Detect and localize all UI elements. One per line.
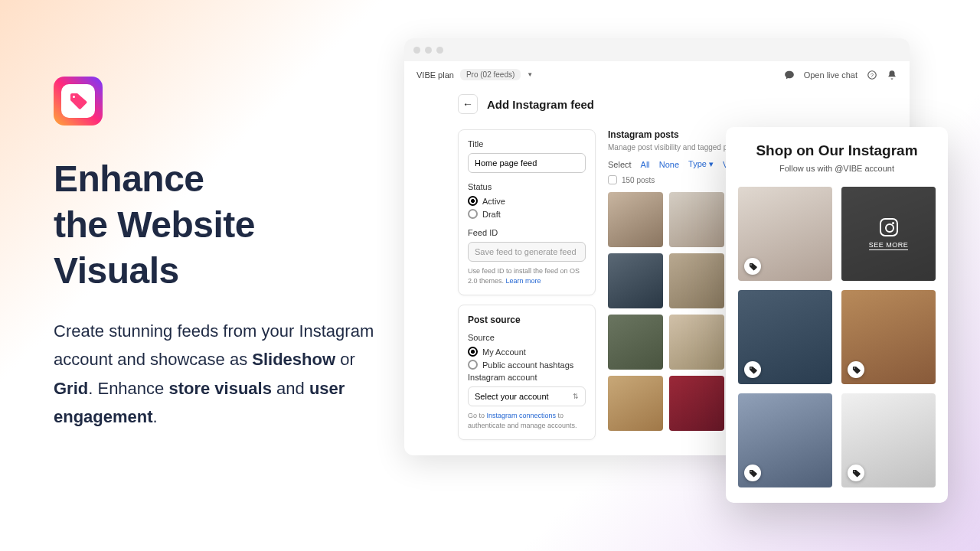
post-thumb[interactable] [669,192,724,247]
select-all-checkbox[interactable] [608,175,617,184]
select-label: Select [608,160,632,169]
preview-item[interactable] [738,290,832,384]
preview-item[interactable] [841,290,936,384]
status-label: Status [468,182,586,191]
tag-icon [848,465,864,481]
tag-icon [69,92,87,110]
title-input[interactable] [468,153,586,173]
post-thumb[interactable] [608,253,663,308]
feed-id-help: Use feed ID to install the feed on OS 2.… [468,266,586,285]
page-title: Add Instagram feed [487,98,594,111]
account-select[interactable]: Select your account⇅ [468,386,586,406]
post-thumb[interactable] [669,376,724,431]
post-thumb[interactable] [669,253,724,308]
instagram-account-label: Instagram account [468,373,586,382]
preview-title: Shop on Our Instagram [738,142,936,159]
learn-more-link[interactable]: Learn more [506,277,541,285]
svg-text:?: ? [871,72,874,77]
post-thumb[interactable] [608,192,663,247]
preview-item[interactable] [841,393,936,487]
tag-icon [744,258,761,275]
traffic-light-close[interactable] [413,47,420,54]
feed-id-input [468,242,586,262]
chevron-down-icon[interactable]: ▼ [527,71,533,78]
tag-icon [744,465,761,481]
storefront-preview: Shop on Our Instagram Follow us with @VI… [726,127,948,503]
post-thumb[interactable] [608,376,663,431]
brand-label: VIBE plan [416,70,454,80]
instagram-connections-link[interactable]: Instagram connections [487,412,557,419]
source-my-account-radio[interactable]: My Account [468,347,586,357]
post-count: 150 posts [622,176,655,184]
hero-column: Enhance the Website Visuals Create stunn… [54,38,383,551]
title-label: Title [468,139,586,148]
bell-icon[interactable] [887,70,897,80]
source-public-radio[interactable]: Public account hashtags [468,360,586,370]
headline: Enhance the Website Visuals [54,156,383,294]
post-source-title: Post source [468,315,586,325]
filter-none[interactable]: None [659,160,679,169]
tag-icon [744,361,761,378]
status-active-radio[interactable]: Active [468,196,586,206]
source-label: Source [468,333,586,342]
post-thumb[interactable] [608,315,663,370]
hero-subtext: Create stunning feeds from your Instagra… [54,317,383,432]
back-button[interactable]: ← [458,94,478,114]
status-draft-radio[interactable]: Draft [468,209,586,219]
preview-item[interactable] [738,393,832,487]
preview-subtitle: Follow us with @VIBE account [738,164,936,173]
tag-icon [848,361,864,378]
preview-item-see-more[interactable]: SEE MORE [841,187,936,281]
post-source-card: Post source Source My Account Public acc… [458,305,596,440]
open-live-chat-link[interactable]: Open live chat [804,70,858,80]
feed-settings-card: Title Status Active Draft Feed ID Use fe… [458,129,596,295]
account-help: Go to Instagram connections to authentic… [468,411,586,430]
chat-icon[interactable] [784,70,795,80]
filter-all[interactable]: All [641,160,650,169]
feed-id-label: Feed ID [468,228,586,237]
traffic-light-max[interactable] [436,47,443,54]
plan-chip[interactable]: Pro (02 feeds) [460,69,521,80]
window-titlebar [404,38,910,61]
app-icon [54,77,103,126]
traffic-light-min[interactable] [425,47,432,54]
see-more-label: SEE MORE [869,241,909,250]
post-thumb[interactable] [669,315,724,370]
preview-item[interactable] [738,187,832,281]
help-icon[interactable]: ? [867,70,877,80]
filter-type[interactable]: Type ▾ [688,159,714,169]
instagram-icon [880,218,898,236]
